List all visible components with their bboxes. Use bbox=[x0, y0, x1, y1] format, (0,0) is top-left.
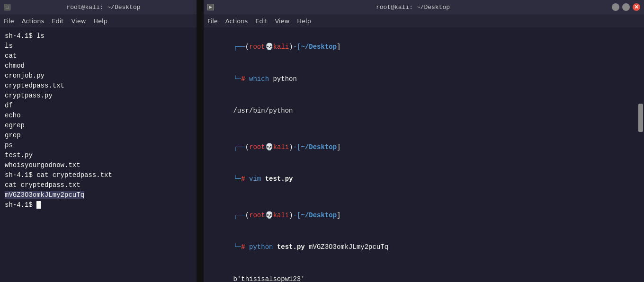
right-line-which-exec: └─# which python bbox=[209, 63, 638, 95]
left-titlebar-icon: □ bbox=[4, 4, 10, 10]
right-line-python-output: b'thisisalsopw123' bbox=[209, 263, 638, 282]
right-menu-view[interactable]: View bbox=[275, 18, 289, 25]
left-line-18: sh-4.1$ bbox=[5, 200, 192, 210]
left-menubar: File Actions Edit View Help bbox=[0, 14, 197, 27]
right-menu-help[interactable]: Help bbox=[297, 18, 311, 25]
left-line-17: mVGZ3O3omkJLmy2pcuTq bbox=[5, 190, 192, 200]
left-line-5: cronjob.py bbox=[5, 71, 192, 81]
right-titlebar-icon: ▶ bbox=[207, 4, 214, 10]
close-button[interactable]: ✕ bbox=[633, 3, 640, 11]
terminal-gap bbox=[197, 0, 204, 282]
right-line-vim-exec: └─# vim test.py bbox=[209, 163, 638, 195]
left-line-14: whoisyourgodnow.txt bbox=[5, 160, 192, 170]
left-line-6: cryptedpass.txt bbox=[5, 81, 192, 91]
left-line-9: echo bbox=[5, 111, 192, 121]
left-line-7: cryptpass.py bbox=[5, 91, 192, 101]
left-menu-file[interactable]: File bbox=[4, 18, 14, 25]
left-line-4: chmod bbox=[5, 61, 192, 71]
right-line-python-prompt1: ┌──(root💀kali)-[~/Desktop] bbox=[209, 200, 638, 231]
left-menu-help[interactable]: Help bbox=[93, 18, 107, 25]
right-line-python-exec: └─# python test.py mVGZ3O3omkJLmy2pcuTq bbox=[209, 231, 638, 263]
left-line-10: egrep bbox=[5, 121, 192, 131]
left-line-3: cat bbox=[5, 51, 192, 61]
minimize-button[interactable] bbox=[612, 3, 619, 11]
left-terminal: □ root@kali: ~/Desktop File Actions Edit… bbox=[0, 0, 197, 282]
left-titlebar: □ root@kali: ~/Desktop bbox=[0, 0, 197, 14]
right-titlebar-title: root@kali: ~/Desktop bbox=[214, 4, 612, 11]
left-line-1: sh-4.1$ ls bbox=[5, 31, 192, 41]
left-menu-actions[interactable]: Actions bbox=[22, 18, 45, 25]
left-titlebar-title: root@kali: ~/Desktop bbox=[14, 4, 193, 11]
left-line-16: cat cryptedpass.txt bbox=[5, 180, 192, 190]
left-line-11: grep bbox=[5, 131, 192, 141]
right-menu-edit[interactable]: Edit bbox=[255, 18, 267, 25]
maximize-button[interactable] bbox=[622, 3, 630, 11]
left-line-15: sh-4.1$ cat cryptedpass.txt bbox=[5, 170, 192, 180]
left-terminal-content[interactable]: sh-4.1$ ls ls cat chmod cronjob.py crypt… bbox=[0, 27, 197, 282]
right-titlebar: ▶ root@kali: ~/Desktop ✕ bbox=[204, 0, 644, 14]
left-cursor bbox=[36, 201, 41, 209]
left-line-2: ls bbox=[5, 41, 192, 51]
scrollbar[interactable] bbox=[638, 104, 643, 132]
right-terminal: ▶ root@kali: ~/Desktop ✕ File Actions Ed… bbox=[204, 0, 644, 282]
left-line-8: df bbox=[5, 101, 192, 111]
right-line-vim-prompt1: ┌──(root💀kali)-[~/Desktop] bbox=[209, 132, 638, 163]
right-menu-actions[interactable]: Actions bbox=[225, 18, 248, 25]
left-line-12: ps bbox=[5, 141, 192, 150]
left-line-13: test.py bbox=[5, 150, 192, 160]
right-line-which-cmd: ┌──(root💀kali)-[~/Desktop] bbox=[209, 31, 638, 63]
window-controls: ✕ bbox=[612, 3, 640, 11]
right-terminal-content[interactable]: ┌──(root💀kali)-[~/Desktop] └─# which pyt… bbox=[204, 27, 644, 282]
left-menu-view[interactable]: View bbox=[71, 18, 86, 25]
left-menu-edit[interactable]: Edit bbox=[52, 18, 63, 25]
right-menubar: File Actions Edit View Help bbox=[204, 14, 644, 27]
right-menu-file[interactable]: File bbox=[207, 18, 218, 25]
right-line-which-output: /usr/bin/python bbox=[209, 95, 638, 126]
right-spacer-1 bbox=[209, 127, 638, 132]
right-spacer-2 bbox=[209, 195, 638, 200]
